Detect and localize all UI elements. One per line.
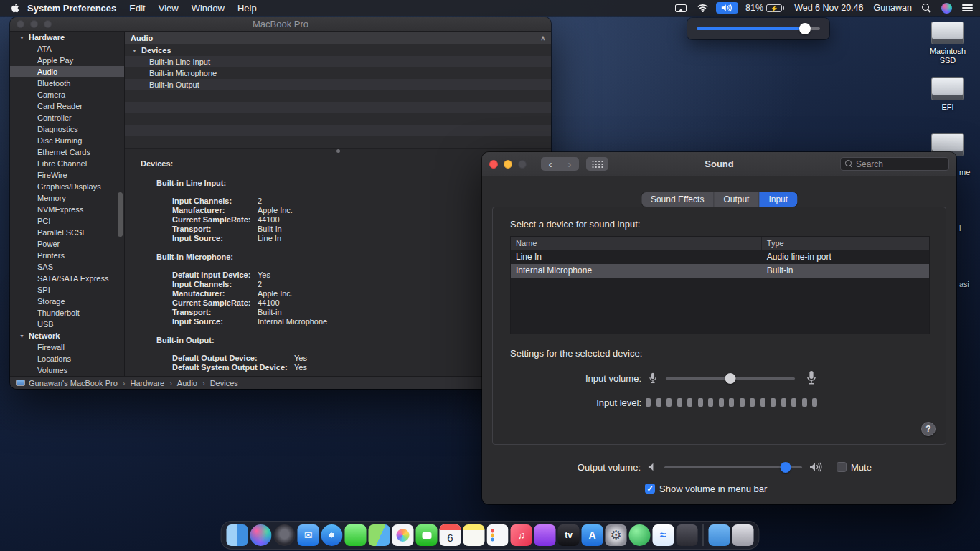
menu-clock[interactable]: Wed 6 Nov 20.46: [794, 3, 863, 13]
siri-icon[interactable]: [941, 3, 952, 14]
dock-icon-app-store[interactable]: A: [582, 524, 603, 546]
dock-icon-trash[interactable]: [732, 524, 754, 546]
sidebar-item-nvmexpress[interactable]: NVMExpress: [10, 204, 124, 215]
input-volume-slider[interactable]: [666, 373, 795, 384]
sidebar-item-card-reader[interactable]: Card Reader: [10, 100, 124, 112]
close-button[interactable]: [17, 20, 24, 28]
dock-icon-photos[interactable]: [392, 524, 414, 546]
dock-icon-system-preferences[interactable]: ⚙: [606, 524, 627, 546]
sidebar-section-network[interactable]: ▼Network: [10, 330, 124, 342]
sidebar-item-memory[interactable]: Memory: [10, 192, 124, 204]
sound-titlebar[interactable]: ‹ › Sound: [482, 152, 956, 176]
dock-icon-safari[interactable]: [321, 524, 343, 546]
tree-row-built-in-microphone[interactable]: Built-in Microphone: [125, 67, 551, 79]
tab-output[interactable]: Output: [714, 192, 759, 207]
column-header-type[interactable]: Type: [762, 237, 929, 250]
disclosure-triangle-icon[interactable]: ▼: [132, 48, 138, 53]
dock-icon-reminders[interactable]: [487, 524, 509, 546]
menu-help[interactable]: Help: [237, 3, 257, 14]
sidebar-item-usb[interactable]: USB: [10, 319, 124, 330]
volume-slider-knob[interactable]: [799, 23, 811, 34]
show-volume-checkbox[interactable]: [645, 484, 655, 494]
sidebar-item-disc-burning[interactable]: Disc Burning: [10, 135, 124, 146]
minimize-button[interactable]: [30, 20, 38, 28]
close-button[interactable]: [489, 160, 498, 169]
dock-icon-siri[interactable]: [250, 524, 272, 546]
tab-input[interactable]: Input: [759, 192, 797, 207]
sidebar-section-hardware[interactable]: ▼Hardware: [10, 32, 124, 43]
sidebar-item-diagnostics[interactable]: Diagnostics: [10, 123, 124, 135]
breadcrumb-item[interactable]: Gunawan's MacBook Pro: [29, 379, 118, 387]
device-row-internal-microphone[interactable]: Internal MicrophoneBuilt-in: [511, 264, 929, 278]
dock-icon-mail[interactable]: ✉: [298, 524, 319, 546]
sidebar-item-firewire[interactable]: FireWire: [10, 169, 124, 181]
show-all-button[interactable]: [586, 157, 608, 171]
dock-icon-app-dark[interactable]: [677, 524, 698, 546]
notification-center-icon[interactable]: [962, 4, 973, 11]
device-row-line-in[interactable]: Line InAudio line-in port: [511, 250, 929, 264]
mute-checkbox[interactable]: [837, 462, 847, 472]
sidebar-item-power[interactable]: Power: [10, 238, 124, 250]
zoom-button[interactable]: [518, 160, 527, 169]
input-volume-knob[interactable]: [725, 373, 736, 384]
disclosure-triangle-icon[interactable]: ▼: [19, 334, 26, 339]
back-button[interactable]: ‹: [541, 157, 560, 171]
dock-icon-tv[interactable]: tv: [558, 524, 580, 546]
dock-icon-messages[interactable]: [345, 524, 367, 546]
sidebar-item-camera[interactable]: Camera: [10, 89, 124, 100]
desktop-icon-macintosh-ssd[interactable]: Macintosh SSD: [920, 22, 976, 65]
user-menu[interactable]: Gunawan: [873, 3, 912, 13]
dock-icon-app-wave[interactable]: ≈: [653, 524, 674, 546]
battery-indicator[interactable]: 81%: [745, 3, 784, 13]
sidebar-item-spi[interactable]: SPI: [10, 284, 124, 296]
dock-icon-podcasts[interactable]: [534, 524, 556, 546]
wifi-icon[interactable]: [697, 4, 709, 12]
screen-mirroring-icon[interactable]: [675, 4, 687, 12]
search-field[interactable]: [840, 157, 949, 171]
forward-button[interactable]: ›: [560, 157, 579, 171]
sidebar-item-sas[interactable]: SAS: [10, 261, 124, 273]
minimize-button[interactable]: [504, 160, 512, 169]
volume-menu-icon[interactable]: [716, 2, 738, 14]
dock-icon-music[interactable]: ♫: [511, 524, 532, 546]
sidebar-item-bluetooth[interactable]: Bluetooth: [10, 77, 124, 89]
sysinfo-titlebar[interactable]: MacBook Pro: [10, 17, 551, 32]
breadcrumb-item[interactable]: Devices: [210, 379, 238, 387]
sidebar-item-fibre-channel[interactable]: Fibre Channel: [10, 158, 124, 169]
app-menu-title[interactable]: System Preferences: [27, 3, 116, 14]
menu-volume-slider[interactable]: [697, 27, 820, 30]
menu-window[interactable]: Window: [192, 3, 225, 14]
tree-row-built-in-output[interactable]: Built-in Output: [125, 79, 551, 90]
dock-icon-calendar[interactable]: 6: [440, 524, 461, 546]
sidebar-item-pci[interactable]: PCI: [10, 215, 124, 227]
collapse-chevron-icon[interactable]: ∧: [540, 34, 545, 42]
tree-row-built-in-line-input[interactable]: Built-in Line Input: [125, 56, 551, 67]
sidebar-item-graphics-displays[interactable]: Graphics/Displays: [10, 181, 124, 192]
menu-edit[interactable]: Edit: [129, 3, 145, 14]
dock-icon-finder[interactable]: [227, 524, 248, 546]
sidebar-item-locations[interactable]: Locations: [10, 353, 124, 364]
sidebar-item-printers[interactable]: Printers: [10, 250, 124, 261]
zoom-button[interactable]: [44, 20, 52, 28]
sidebar-item-apple-pay[interactable]: Apple Pay: [10, 55, 124, 66]
help-button[interactable]: ?: [921, 422, 936, 436]
search-input[interactable]: [856, 159, 944, 169]
apple-menu[interactable]: [0, 2, 27, 14]
sidebar-scrollbar[interactable]: [118, 192, 123, 237]
sidebar-item-ethernet-cards[interactable]: Ethernet Cards: [10, 146, 124, 158]
dock-icon-notes[interactable]: [463, 524, 485, 546]
sidebar-item-storage[interactable]: Storage: [10, 296, 124, 307]
tab-sound-effects[interactable]: Sound Effects: [641, 192, 715, 207]
sidebar-item-thunderbolt[interactable]: Thunderbolt: [10, 307, 124, 319]
sidebar-item-volumes[interactable]: Volumes: [10, 364, 124, 376]
output-volume-knob[interactable]: [780, 462, 791, 473]
tree-row-devices[interactable]: ▼Devices: [125, 44, 551, 56]
dock-icon-maps[interactable]: [369, 524, 390, 546]
spotlight-search-icon[interactable]: [922, 4, 931, 13]
menu-view[interactable]: View: [159, 3, 179, 14]
tree-header-audio[interactable]: Audio ∧: [125, 32, 551, 44]
desktop-icon-efi[interactable]: EFI: [920, 77, 976, 112]
sidebar-item-controller[interactable]: Controller: [10, 112, 124, 123]
sidebar-item-parallel-scsi[interactable]: Parallel SCSI: [10, 227, 124, 238]
sidebar-item-firewall[interactable]: Firewall: [10, 342, 124, 353]
